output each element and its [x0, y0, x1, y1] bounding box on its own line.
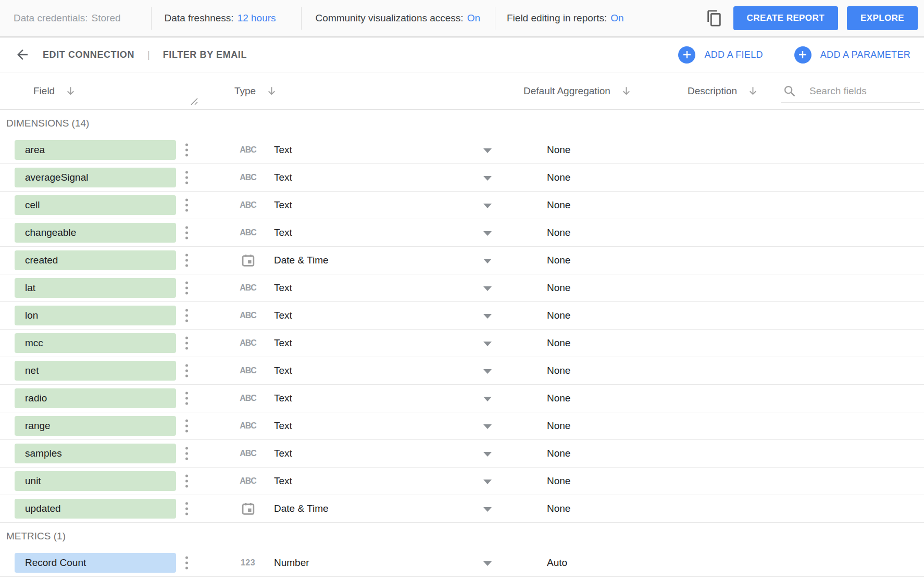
type-label[interactable]: Text	[274, 448, 292, 459]
search-input[interactable]	[808, 85, 907, 97]
field-pill[interactable]: samples	[15, 444, 176, 463]
field-pill[interactable]: changeable	[15, 223, 176, 243]
dropdown-arrow-icon[interactable]	[483, 286, 492, 291]
edit-connection-button[interactable]: EDIT CONNECTION	[43, 49, 134, 60]
kebab-menu-icon[interactable]	[183, 473, 190, 490]
field-pill[interactable]: updated	[15, 499, 176, 519]
kebab-menu-icon[interactable]	[183, 252, 190, 269]
kebab-menu-icon[interactable]	[183, 280, 190, 297]
type-label[interactable]: Text	[274, 144, 292, 156]
column-resize-handle[interactable]	[191, 96, 198, 108]
dropdown-arrow-icon[interactable]	[483, 314, 492, 319]
back-button[interactable]	[14, 46, 31, 64]
filter-by-email-button[interactable]: FILTER BY EMAIL	[163, 49, 247, 60]
field-pill[interactable]: Record Count	[15, 553, 176, 573]
column-header-type[interactable]: Type	[234, 85, 277, 97]
aggregation-value[interactable]: None	[547, 255, 570, 266]
type-label[interactable]: Text	[274, 310, 292, 321]
field-pill[interactable]: radio	[15, 388, 176, 408]
kebab-menu-icon[interactable]	[183, 500, 190, 518]
field-pill[interactable]: mcc	[15, 333, 176, 353]
dropdown-arrow-icon[interactable]	[483, 204, 492, 208]
column-header-default-aggregation[interactable]: Default Aggregation	[523, 85, 632, 97]
kebab-menu-icon[interactable]	[183, 418, 190, 435]
kebab-menu-icon[interactable]	[183, 197, 190, 214]
field-editing-chip[interactable]: Field editing in reports: On	[507, 12, 624, 24]
kebab-menu-icon[interactable]	[183, 554, 190, 572]
type-label[interactable]: Text	[274, 282, 292, 294]
field-pill[interactable]: averageSignal	[15, 168, 176, 187]
field-row: unit ABC 123 Text None	[0, 468, 924, 495]
add-parameter-button[interactable]: ADD A PARAMETER	[794, 46, 910, 64]
explore-button[interactable]: EXPLORE	[847, 6, 918, 30]
dropdown-arrow-icon[interactable]	[483, 397, 492, 401]
field-pill[interactable]: cell	[15, 195, 176, 215]
sort-down-icon[interactable]	[747, 85, 758, 96]
aggregation-value[interactable]: None	[547, 337, 570, 349]
type-label[interactable]: Date & Time	[274, 255, 329, 266]
column-header-field[interactable]: Field	[33, 85, 76, 97]
data-freshness-chip[interactable]: Data freshness: 12 hours	[165, 12, 276, 24]
aggregation-value[interactable]: None	[547, 448, 570, 459]
sort-down-icon[interactable]	[266, 85, 277, 96]
aggregation-value[interactable]: None	[547, 365, 570, 376]
field-pill-label: lon	[25, 310, 38, 321]
dropdown-arrow-icon[interactable]	[483, 148, 492, 153]
add-field-button[interactable]: ADD A FIELD	[678, 46, 763, 64]
field-pill[interactable]: created	[15, 250, 176, 270]
kebab-menu-icon[interactable]	[183, 307, 190, 324]
kebab-menu-icon[interactable]	[183, 362, 190, 380]
dropdown-arrow-icon[interactable]	[483, 176, 492, 181]
aggregation-value[interactable]: None	[547, 420, 570, 432]
type-label[interactable]: Text	[274, 420, 292, 432]
type-label[interactable]: Text	[274, 365, 292, 376]
aggregation-value[interactable]: None	[547, 172, 570, 183]
dropdown-arrow-icon[interactable]	[483, 424, 492, 429]
aggregation-value[interactable]: None	[547, 144, 570, 156]
kebab-menu-icon[interactable]	[183, 390, 190, 407]
type-label[interactable]: Number	[274, 557, 309, 569]
data-credentials-chip[interactable]: Data credentials: Stored	[14, 12, 121, 24]
column-header-description[interactable]: Description	[688, 85, 758, 97]
community-visualizations-chip[interactable]: Community visualizations access: On	[316, 12, 480, 24]
dropdown-arrow-icon[interactable]	[483, 480, 492, 484]
copy-icon[interactable]	[704, 7, 725, 30]
type-label[interactable]: Text	[274, 172, 292, 183]
aggregation-value[interactable]: None	[547, 227, 570, 238]
type-icon-box: ABC 123	[235, 502, 260, 516]
field-pill[interactable]: lat	[15, 278, 176, 298]
kebab-menu-icon[interactable]	[183, 335, 190, 352]
aggregation-value[interactable]: Auto	[547, 557, 567, 569]
dropdown-arrow-icon[interactable]	[483, 369, 492, 374]
field-pill[interactable]: net	[15, 361, 176, 381]
field-pill[interactable]: area	[15, 140, 176, 160]
type-label[interactable]: Text	[274, 337, 292, 349]
create-report-button[interactable]: CREATE REPORT	[733, 6, 838, 30]
sort-down-icon[interactable]	[621, 85, 632, 96]
kebab-menu-icon[interactable]	[183, 445, 190, 462]
dropdown-arrow-icon[interactable]	[483, 452, 492, 457]
kebab-menu-icon[interactable]	[183, 142, 190, 159]
dropdown-arrow-icon[interactable]	[483, 507, 492, 512]
aggregation-value[interactable]: None	[547, 199, 570, 211]
dropdown-arrow-icon[interactable]	[483, 561, 492, 566]
field-pill[interactable]: range	[15, 416, 176, 436]
dropdown-arrow-icon[interactable]	[483, 342, 492, 346]
field-pill[interactable]: unit	[15, 471, 176, 491]
aggregation-value[interactable]: None	[547, 475, 570, 487]
type-label[interactable]: Text	[274, 199, 292, 211]
type-label[interactable]: Text	[274, 393, 292, 404]
dropdown-arrow-icon[interactable]	[483, 259, 492, 263]
field-pill[interactable]: lon	[15, 306, 176, 325]
kebab-menu-icon[interactable]	[183, 224, 190, 242]
kebab-menu-icon[interactable]	[183, 169, 190, 186]
aggregation-value[interactable]: None	[547, 503, 570, 514]
aggregation-value[interactable]: None	[547, 393, 570, 404]
aggregation-value[interactable]: None	[547, 310, 570, 321]
aggregation-value[interactable]: None	[547, 282, 570, 294]
type-label[interactable]: Text	[274, 475, 292, 487]
sort-down-icon[interactable]	[65, 85, 76, 96]
type-label[interactable]: Date & Time	[274, 503, 329, 514]
dropdown-arrow-icon[interactable]	[483, 231, 492, 236]
type-label[interactable]: Text	[274, 227, 292, 238]
